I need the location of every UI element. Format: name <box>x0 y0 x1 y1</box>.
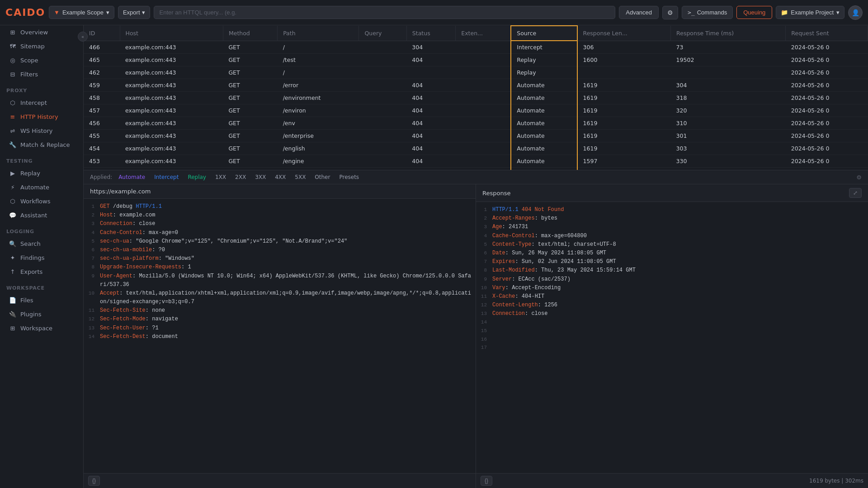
table-cell: GET <box>223 66 277 79</box>
table-row[interactable]: 456example.com:443GET/env404Automate1619… <box>84 117 868 130</box>
table-cell: 1597 <box>577 155 671 168</box>
export-button[interactable]: Export ▾ <box>118 6 150 19</box>
table-row[interactable]: 454example.com:443GET/english404Automate… <box>84 142 868 155</box>
filter-2xx[interactable]: 2XX <box>232 173 249 181</box>
replay-icon: ▶ <box>9 170 16 177</box>
table-cell: /engine <box>278 155 359 168</box>
table-cell <box>359 54 406 66</box>
code-line: 5sec-ch-ua: "Google Chrome";v="125", "Ch… <box>84 237 476 246</box>
project-selector[interactable]: 📁 Example Project ▾ <box>776 6 844 19</box>
sidebar-item-match-replace[interactable]: 🔧 Match & Replace <box>3 138 80 151</box>
applied-label: Applied: <box>90 174 112 180</box>
col-id[interactable]: ID <box>84 26 120 41</box>
funnel-icon: ▼ <box>54 9 60 16</box>
col-path[interactable]: Path <box>278 26 359 41</box>
table-cell: Automate <box>511 168 577 170</box>
sidebar-item-assistant[interactable]: 💬 Assistant <box>3 209 80 222</box>
code-line: 4Cache-Control: max-age=604800 <box>476 232 868 240</box>
code-line: 9User-Agent: Mozilla/5.0 (Windows NT 10.… <box>84 272 476 289</box>
table-row[interactable]: 462example.com:443GET/Replay2024-05-26 0 <box>84 66 868 79</box>
plugins-icon: 🔌 <box>9 311 16 318</box>
response-json-button[interactable]: {} <box>481 476 492 486</box>
table-cell: Automate <box>511 92 577 104</box>
table-cell: 304 <box>406 41 455 54</box>
table-cell: 2024-05-26 0 <box>786 117 868 130</box>
table-row[interactable]: 466example.com:443GET/304Intercept306732… <box>84 41 868 54</box>
response-pane: Response ⤢ 1HTTP/1.1 404 Not Found2Accep… <box>476 184 868 488</box>
col-query[interactable]: Query <box>359 26 406 41</box>
table-cell <box>359 79 406 92</box>
settings-icon-button[interactable]: ⚙ <box>662 6 678 19</box>
filter-bar: Applied: Automate Intercept Replay 1XX 2… <box>84 170 868 184</box>
response-code-area[interactable]: 1HTTP/1.1 404 Not Found2Accept-Ranges: b… <box>476 202 868 473</box>
filter-intercept[interactable]: Intercept <box>151 173 181 181</box>
col-ext[interactable]: Exten... <box>456 26 511 41</box>
sidebar-item-filters[interactable]: ⊟ Filters <box>3 68 80 81</box>
assistant-icon: 💬 <box>9 212 16 219</box>
requests-table-container[interactable]: ID Host Method Path Query Status Exten..… <box>84 25 868 170</box>
sidebar-item-exports[interactable]: ↑ Exports <box>3 265 80 278</box>
filter-other[interactable]: Other <box>312 173 333 181</box>
col-req-sent[interactable]: Request Sent <box>786 26 868 41</box>
sidebar-item-intercept[interactable]: ⬡ Intercept <box>3 96 80 109</box>
filter-1xx[interactable]: 1XX <box>212 173 229 181</box>
sidebar-item-overview[interactable]: ⊞ Overview <box>3 26 80 39</box>
sidebar-item-sitemap[interactable]: 🗺 Sitemap <box>3 40 80 53</box>
table-row[interactable]: 465example.com:443GET/test404Replay16001… <box>84 54 868 66</box>
filter-4xx[interactable]: 4XX <box>272 173 288 181</box>
workflows-icon: ⬡ <box>9 198 16 205</box>
col-status[interactable]: Status <box>406 26 455 41</box>
sidebar-item-findings[interactable]: ✦ Findings <box>3 251 80 264</box>
sidebar-item-automate[interactable]: ⚡ Automate <box>3 181 80 194</box>
table-cell: GET <box>223 117 277 130</box>
request-code-area[interactable]: 1GET /debug HTTP/1.12Host: example.com3C… <box>84 199 476 473</box>
response-expand-button[interactable]: ⤢ <box>849 188 862 198</box>
table-cell <box>406 66 455 79</box>
scope-label: Example Scope <box>62 9 104 16</box>
code-line: 6Date: Sun, 26 May 2024 11:08:05 GMT <box>476 249 868 258</box>
advanced-button[interactable]: Advanced <box>619 6 659 19</box>
filter-automate[interactable]: Automate <box>116 173 148 181</box>
sidebar-item-search[interactable]: 🔍 Search <box>3 237 80 250</box>
sidebar-item-scope[interactable]: ◎ Scope <box>3 54 80 67</box>
table-cell: 459 <box>84 79 120 92</box>
sidebar-item-http-history[interactable]: ≡ HTTP History <box>3 110 80 123</box>
filter-settings-icon[interactable]: ⚙ <box>856 174 862 181</box>
request-json-button[interactable]: {} <box>88 476 100 486</box>
table-row[interactable]: 459example.com:443GET/error404Automate16… <box>84 79 868 92</box>
sidebar-item-files[interactable]: 📄 Files <box>3 294 80 307</box>
table-row[interactable]: 453example.com:443GET/engine404Automate1… <box>84 155 868 168</box>
findings-icon: ✦ <box>9 254 16 261</box>
filter-5xx[interactable]: 5XX <box>292 173 308 181</box>
col-resp-time[interactable]: Response Time (ms) <box>671 26 786 41</box>
col-resp-len[interactable]: Response Len... <box>577 26 671 41</box>
table-row[interactable]: 457example.com:443GET/environ404Automate… <box>84 104 868 117</box>
table-row[interactable]: 452example.com:443GET/eng404Automate1619… <box>84 168 868 170</box>
sidebar-item-ws-history[interactable]: ⇌ WS History <box>3 124 80 137</box>
filter-presets[interactable]: Presets <box>336 173 362 181</box>
scope-selector[interactable]: ▼ Example Scope ▾ <box>49 6 114 19</box>
table-cell: 304 <box>671 79 786 92</box>
code-line: 10Vary: Accept-Encoding <box>476 284 868 292</box>
col-host[interactable]: Host <box>120 26 223 41</box>
user-avatar[interactable]: 👤 <box>848 5 863 20</box>
table-cell <box>456 79 511 92</box>
exports-icon: ↑ <box>9 268 16 275</box>
sidebar-item-plugins[interactable]: 🔌 Plugins <box>3 308 80 321</box>
col-source[interactable]: Source <box>511 26 577 41</box>
col-method[interactable]: Method <box>223 26 277 41</box>
sidebar-item-workflows[interactable]: ⬡ Workflows <box>3 195 80 208</box>
table-cell: GET <box>223 79 277 92</box>
filters-icon: ⊟ <box>9 71 16 78</box>
table-row[interactable]: 458example.com:443GET/environment404Auto… <box>84 92 868 104</box>
filter-3xx[interactable]: 3XX <box>252 173 269 181</box>
query-input[interactable] <box>154 6 616 19</box>
table-row[interactable]: 455example.com:443GET/enterprise404Autom… <box>84 130 868 142</box>
sidebar-item-workspace[interactable]: ⊞ Workspace <box>3 322 80 335</box>
sidebar-item-replay[interactable]: ▶ Replay <box>3 167 80 180</box>
commands-button[interactable]: >_ Commands <box>682 6 733 19</box>
table-cell: Automate <box>511 104 577 117</box>
filter-replay[interactable]: Replay <box>185 173 209 181</box>
table-cell: 301 <box>671 130 786 142</box>
queuing-button[interactable]: Queuing <box>736 6 772 19</box>
